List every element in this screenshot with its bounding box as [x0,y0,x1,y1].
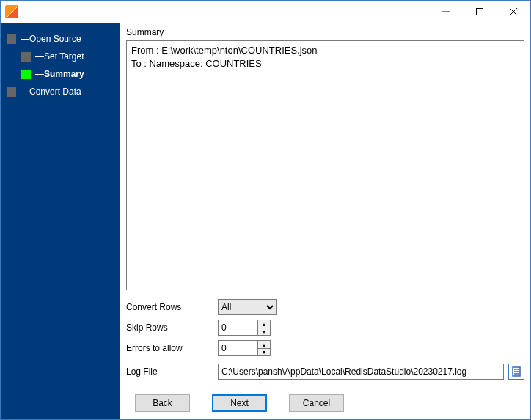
summary-textarea[interactable]: From : E:\work\temp\nton\COUNTRIES.json … [126,40,524,290]
step-marker-icon [21,52,31,62]
logfile-label: Log File [126,366,218,377]
spin-down-icon[interactable]: ▼ [258,328,270,335]
wizard-window: Open Source Set Target Summary Convert D… [0,0,531,420]
convert-rows-select[interactable]: All [218,299,277,315]
maximize-button[interactable] [463,1,497,23]
nav-label: Convert Data [29,86,81,97]
step-marker-icon [7,87,16,97]
section-title: Summary [126,27,524,37]
svg-rect-1 [477,9,483,15]
skip-rows-input[interactable] [218,320,257,336]
titlebar [1,1,530,23]
back-button[interactable]: Back [135,394,190,412]
nav-item-summary[interactable]: Summary [1,65,120,83]
nav-label: Set Target [44,51,84,62]
wizard-body: Open Source Set Target Summary Convert D… [1,23,530,419]
step-marker-icon [21,70,31,79]
nav-item-open-source[interactable]: Open Source [1,30,120,48]
cancel-button[interactable]: Cancel [289,394,344,412]
options-form: Convert Rows All Skip Rows ▲ ▼ [126,299,524,384]
step-marker-icon [7,34,16,44]
errors-spinner: ▲ ▼ [218,340,271,356]
wizard-buttons: Back Next Cancel [135,394,524,412]
nav-label: Summary [44,69,84,79]
convert-rows-label: Convert Rows [126,302,218,312]
spin-down-icon[interactable]: ▼ [258,348,270,355]
close-button[interactable] [497,1,530,23]
window-controls [429,1,530,23]
nav-item-set-target[interactable]: Set Target [1,48,120,65]
spin-up-icon[interactable]: ▲ [258,341,270,348]
nav-item-convert-data[interactable]: Convert Data [1,83,120,100]
app-icon [5,5,18,18]
minimize-button[interactable] [429,1,463,23]
skip-rows-label: Skip Rows [126,323,218,333]
wizard-main: Summary From : E:\work\temp\nton\COUNTRI… [120,23,530,419]
next-button[interactable]: Next [212,394,267,412]
wizard-sidebar: Open Source Set Target Summary Convert D… [1,23,120,419]
nav-label: Open Source [29,34,81,44]
spin-up-icon[interactable]: ▲ [258,320,270,328]
logfile-input[interactable] [218,364,504,380]
skip-rows-spinner: ▲ ▼ [218,320,271,336]
browse-logfile-button[interactable] [508,364,524,380]
document-icon [511,366,521,377]
errors-label: Errors to allow [126,343,218,353]
errors-input[interactable] [218,340,257,356]
